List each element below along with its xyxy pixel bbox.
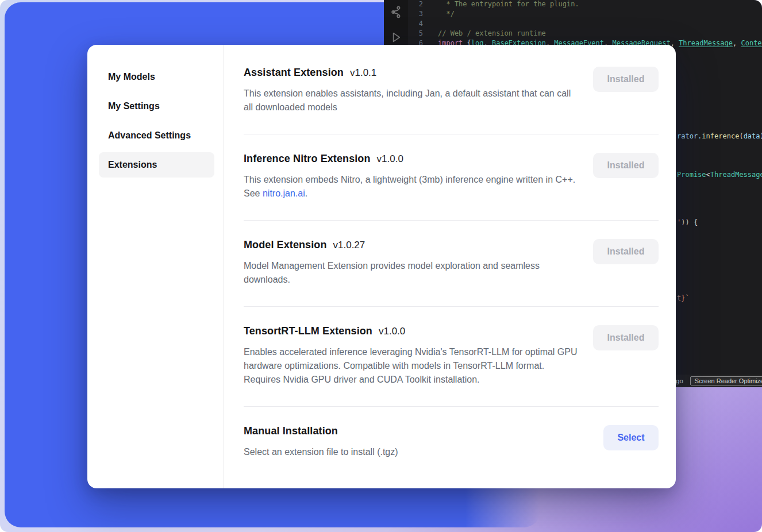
code-fragment: t}` — [677, 294, 690, 303]
sidebar-item-my-models[interactable]: My Models — [99, 64, 214, 90]
sidebar-item-advanced-settings[interactable]: Advanced Settings — [99, 123, 214, 148]
description-text: . — [305, 188, 307, 198]
select-button[interactable]: Select — [603, 425, 659, 450]
extension-title-line: Assistant Extension v1.0.1 — [244, 67, 582, 79]
extension-title: Assistant Extension — [244, 67, 344, 79]
extension-description: Enables accelerated inference leveraging… — [244, 345, 580, 387]
extension-title: Manual Installation — [244, 425, 338, 437]
code-token: ThreadMessage — [710, 171, 762, 179]
run-debug-icon — [387, 29, 405, 46]
status-bar-text: go — [676, 377, 683, 384]
page-background: 2 * The entrypoint for the plugin.3 */45… — [0, 0, 762, 532]
code-token: ThreadMessage — [679, 39, 733, 47]
extension-description: Model Management Extension provides mode… — [244, 259, 580, 287]
extension-row-manual-installation: Manual Installation Select an extension … — [244, 407, 659, 479]
editor-code-lines: 2 * The entrypoint for the plugin.3 */45… — [408, 0, 762, 48]
code-token: )) { — [681, 218, 698, 226]
sidebar-item-extensions[interactable]: Extensions — [99, 152, 214, 178]
sidebar-item-my-settings[interactable]: My Settings — [99, 94, 214, 119]
line-number: 5 — [408, 29, 423, 38]
extension-description: Select an extension file to install (.tg… — [244, 445, 580, 459]
nitro-jan-ai-link[interactable]: nitro.jan.ai — [263, 188, 305, 198]
extension-version: v1.0.27 — [333, 240, 365, 251]
extension-description: This extension embeds Nitro, a lightweig… — [244, 173, 580, 201]
line-number: 3 — [408, 9, 423, 19]
installed-button[interactable]: Installed — [593, 153, 659, 178]
extension-info: Assistant Extension v1.0.1 This extensio… — [244, 67, 593, 114]
extension-version: v1.0.0 — [377, 153, 403, 165]
extension-row-assistant: Assistant Extension v1.0.1 This extensio… — [244, 48, 659, 134]
code-token: ( — [739, 132, 743, 140]
code-line: 2 * The entrypoint for the plugin. — [408, 0, 762, 9]
installed-button[interactable]: Installed — [593, 239, 659, 264]
extension-row-inference-nitro: Inference Nitro Extension v1.0.0 This ex… — [244, 134, 659, 221]
extension-info: Inference Nitro Extension v1.0.0 This ex… — [244, 153, 593, 201]
code-token: , — [733, 39, 741, 47]
code-token: inference — [702, 132, 739, 140]
line-number: 2 — [408, 0, 423, 9]
code-token: */ — [438, 10, 455, 18]
code-fragment: Promise<ThreadMessage> — [677, 170, 762, 179]
code-line: 3 */ — [408, 9, 762, 19]
extension-version: v1.0.0 — [379, 326, 405, 337]
code-token: data — [744, 132, 760, 140]
source-control-icon — [387, 3, 405, 21]
code-token: Promise — [677, 171, 706, 179]
code-line: 4 — [408, 19, 762, 29]
settings-modal: My Models My Settings Advanced Settings … — [87, 45, 676, 488]
settings-sidebar: My Models My Settings Advanced Settings … — [87, 45, 224, 488]
code-fragment: ')) { — [677, 218, 698, 227]
extension-description: This extension enables assistants, inclu… — [244, 87, 580, 114]
code-token: ContentType — [741, 39, 762, 47]
extension-row-model: Model Extension v1.0.27 Model Management… — [244, 221, 659, 307]
extension-title-line: Manual Installation — [244, 425, 592, 437]
code-token: )); — [760, 132, 762, 140]
code-token: rator. — [677, 132, 702, 140]
extension-title: Inference Nitro Extension — [244, 153, 371, 165]
code-token: * The entrypoint for the plugin. — [438, 0, 579, 8]
extension-title-line: Model Extension v1.0.27 — [244, 239, 582, 251]
installed-button[interactable]: Installed — [593, 325, 659, 350]
extension-info: Model Extension v1.0.27 Model Management… — [244, 239, 593, 287]
code-line: 5// Web / extension runtime — [408, 29, 762, 38]
extension-version: v1.0.1 — [350, 67, 376, 79]
extensions-list: Assistant Extension v1.0.1 This extensio… — [224, 45, 676, 488]
line-number: 4 — [408, 19, 423, 29]
installed-button[interactable]: Installed — [593, 67, 659, 92]
extension-title: Model Extension — [244, 239, 327, 251]
code-token: < — [706, 171, 710, 179]
screen-reader-optimized-button: Screen Reader Optimized — [690, 376, 762, 385]
extension-title: TensortRT-LLM Extension — [244, 325, 372, 337]
extension-info: TensortRT-LLM Extension v1.0.0 Enables a… — [244, 325, 593, 387]
code-token: t}` — [677, 294, 690, 302]
extension-info: Manual Installation Select an extension … — [244, 425, 603, 459]
code-fragment: rator.inference(data)); — [677, 132, 762, 141]
code-token: // Web / extension runtime — [438, 29, 546, 37]
extension-title-line: Inference Nitro Extension v1.0.0 — [244, 153, 582, 165]
extension-row-tensorrt-llm: TensortRT-LLM Extension v1.0.0 Enables a… — [244, 307, 659, 407]
extension-title-line: TensortRT-LLM Extension v1.0.0 — [244, 325, 582, 337]
